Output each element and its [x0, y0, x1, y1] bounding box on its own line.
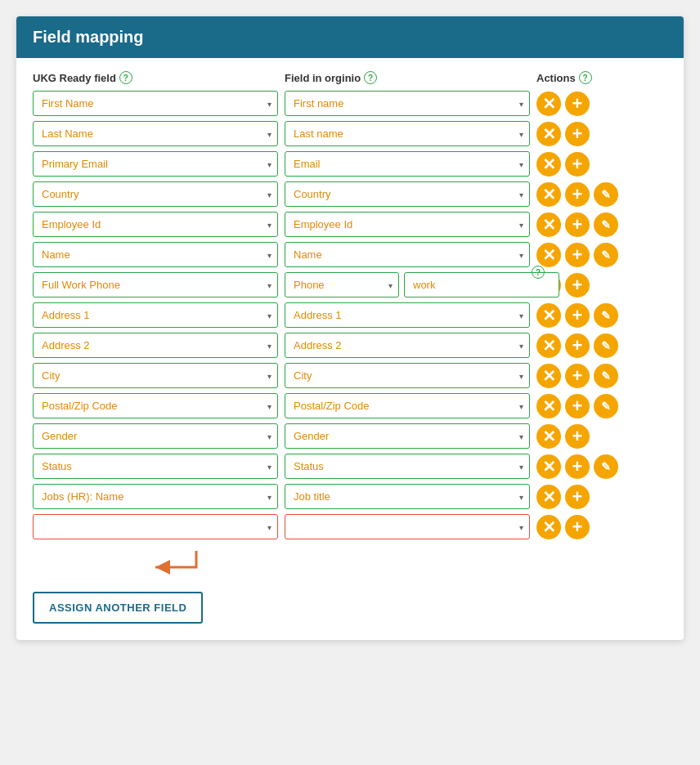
orginio-field-wrapper: Address 1▾: [285, 302, 530, 328]
add-button[interactable]: +: [565, 182, 590, 207]
remove-button[interactable]: ✕: [536, 92, 561, 116]
add-button[interactable]: +: [565, 394, 590, 418]
orginio-field-select[interactable]: Address 1: [285, 302, 530, 328]
remove-button[interactable]: ✕: [536, 424, 561, 449]
edit-button[interactable]: ✎: [594, 182, 618, 207]
ukg-field-wrapper: Postal/Zip Code▾: [33, 393, 278, 418]
add-button[interactable]: +: [565, 454, 590, 479]
ukg-field-select[interactable]: Gender: [33, 423, 278, 449]
field-mapping-card: Field mapping UKG Ready field ? Field in…: [16, 16, 684, 640]
actions-cell: ✕+✎: [536, 364, 667, 388]
mapping-rows: First Name▾First name▾✕+Last Name▾Last n…: [33, 91, 667, 539]
remove-button[interactable]: ✕: [536, 303, 561, 328]
card-header: Field mapping: [16, 16, 684, 58]
add-button[interactable]: +: [565, 364, 590, 388]
orginio-column-header: Field in orginio ?: [285, 71, 530, 84]
edit-button[interactable]: ✎: [594, 303, 618, 328]
orginio-field-select[interactable]: Last name: [285, 121, 530, 146]
orginio-field-select[interactable]: Country: [285, 181, 530, 207]
add-button[interactable]: +: [565, 273, 590, 298]
ukg-field-select[interactable]: First Name: [33, 91, 278, 116]
ukg-field-select[interactable]: Country: [33, 181, 278, 207]
phone-help-icon[interactable]: ?: [532, 266, 545, 279]
add-button[interactable]: +: [565, 92, 590, 116]
edit-button[interactable]: ✎: [594, 333, 618, 358]
table-row: Name▾Name▾✕+✎: [33, 242, 667, 267]
remove-button[interactable]: ✕: [536, 182, 561, 207]
ukg-field-wrapper: City▾: [33, 363, 278, 388]
ukg-help-icon[interactable]: ?: [119, 71, 132, 84]
remove-button[interactable]: ✕: [536, 364, 561, 388]
table-row: Full Work Phone▾Phone▾?✕+: [33, 272, 667, 298]
remove-button[interactable]: ✕: [536, 243, 561, 267]
edit-button[interactable]: ✎: [594, 243, 618, 267]
orginio-field-select[interactable]: City: [285, 363, 530, 388]
actions-cell: ✕+✎: [536, 454, 667, 479]
remove-button[interactable]: ✕: [536, 122, 561, 146]
remove-button[interactable]: ✕: [536, 212, 561, 237]
orginio-field-select[interactable]: Employee Id: [285, 212, 530, 237]
orginio-field-wrapper: Email▾: [285, 151, 530, 177]
orginio-field-select[interactable]: Postal/Zip Code: [285, 393, 530, 418]
ukg-field-select[interactable]: Address 2: [33, 333, 278, 358]
arrow-indicator: [147, 544, 213, 577]
orginio-field-select[interactable]: [285, 514, 530, 539]
orginio-field-wrapper: First name▾: [285, 91, 530, 116]
ukg-field-select[interactable]: Primary Email: [33, 151, 278, 177]
ukg-field-select[interactable]: Jobs (HR): Name: [33, 484, 278, 509]
ukg-field-select[interactable]: Status: [33, 454, 278, 479]
orginio-field-select[interactable]: Name: [285, 242, 530, 267]
orginio-field-select[interactable]: First name: [285, 91, 530, 116]
orginio-field-select[interactable]: Gender: [285, 423, 530, 449]
ukg-field-select[interactable]: City: [33, 363, 278, 388]
edit-button[interactable]: ✎: [594, 364, 618, 388]
add-button[interactable]: +: [565, 485, 590, 509]
remove-button[interactable]: ✕: [536, 454, 561, 479]
remove-button[interactable]: ✕: [536, 333, 561, 358]
table-row: Employee Id▾Employee Id▾✕+✎: [33, 212, 667, 237]
orginio-field-wrapper: Country▾: [285, 181, 530, 207]
edit-button[interactable]: ✎: [594, 454, 618, 479]
orginio-field-select[interactable]: Job title: [285, 484, 530, 509]
add-button[interactable]: +: [565, 152, 590, 177]
actions-cell: ✕+✎: [536, 243, 667, 267]
ukg-field-select[interactable]: [33, 514, 278, 539]
orginio-field-select[interactable]: Status: [285, 454, 530, 479]
remove-button[interactable]: ✕: [536, 394, 561, 418]
add-button[interactable]: +: [565, 424, 590, 449]
ukg-field-select[interactable]: Full Work Phone: [33, 272, 278, 298]
ukg-field-select[interactable]: Last Name: [33, 121, 278, 146]
ukg-field-select[interactable]: Name: [33, 242, 278, 267]
orginio-field-wrapper: Gender▾: [285, 423, 530, 449]
arrow-row: [33, 544, 667, 580]
ukg-field-select[interactable]: Address 1: [33, 302, 278, 328]
assign-another-field-button[interactable]: ASSIGN ANOTHER FIELD: [33, 592, 203, 624]
actions-cell: ✕+: [536, 485, 667, 509]
edit-button[interactable]: ✎: [594, 212, 618, 237]
add-button[interactable]: +: [565, 303, 590, 328]
table-row: Last Name▾Last name▾✕+: [33, 121, 667, 146]
add-button[interactable]: +: [565, 333, 590, 358]
edit-button[interactable]: ✎: [594, 394, 618, 418]
orginio-field-select[interactable]: Email: [285, 151, 530, 177]
ukg-field-wrapper: Full Work Phone▾: [33, 272, 278, 298]
add-button[interactable]: +: [565, 212, 590, 237]
orginio-field-select[interactable]: Address 2: [285, 333, 530, 358]
actions-cell: ✕+: [536, 92, 667, 116]
remove-button[interactable]: ✕: [536, 485, 561, 509]
ukg-field-select[interactable]: Postal/Zip Code: [33, 393, 278, 418]
orginio-help-icon[interactable]: ?: [364, 71, 377, 84]
ukg-field-select[interactable]: Employee Id: [33, 212, 278, 237]
actions-cell: ✕+✎: [536, 212, 667, 237]
remove-button[interactable]: ✕: [536, 152, 561, 177]
table-row: Primary Email▾Email▾✕+: [33, 151, 667, 177]
ukg-field-wrapper: Primary Email▾: [33, 151, 278, 177]
add-button[interactable]: +: [565, 122, 590, 146]
actions-help-icon[interactable]: ?: [579, 71, 592, 84]
add-button[interactable]: +: [565, 515, 590, 539]
phone-type-select[interactable]: Phone: [285, 272, 399, 298]
ukg-field-wrapper: Status▾: [33, 454, 278, 479]
remove-button[interactable]: ✕: [536, 515, 561, 539]
orginio-field-wrapper: Name▾: [285, 242, 530, 267]
add-button[interactable]: +: [565, 243, 590, 267]
